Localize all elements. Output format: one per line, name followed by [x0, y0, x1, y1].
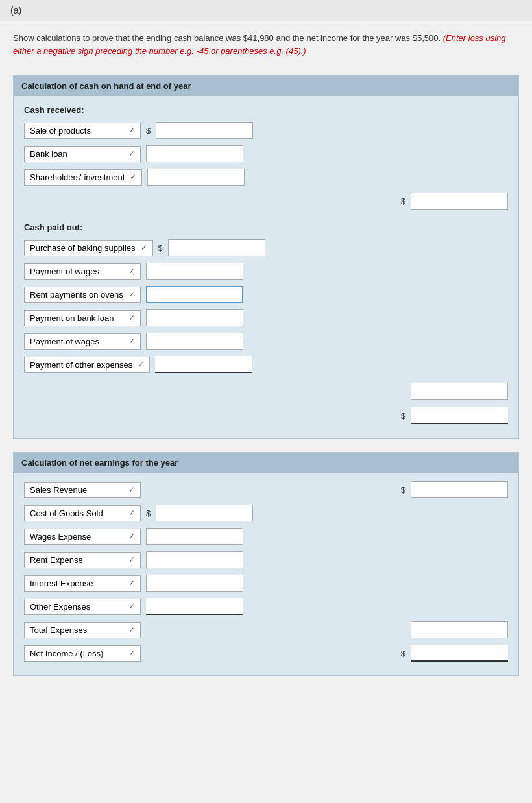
total-expenses-input[interactable]	[411, 621, 508, 638]
row-wages-1: Payment of wages ✓	[14, 259, 518, 283]
instructions: Show calculations to prove that the endi…	[0, 21, 532, 67]
chevron-down-icon: ✓	[128, 579, 135, 588]
row-bank-loan: Bank loan ✓	[14, 142, 518, 165]
row-rent-expense: Rent Expense ✓	[14, 548, 518, 571]
bank-loan-payment-input[interactable]	[146, 309, 243, 326]
other-expenses-net-dropdown[interactable]: Other Expenses ✓	[24, 599, 141, 615]
chevron-down-icon: ✓	[130, 173, 136, 182]
chevron-down-icon: ✓	[128, 649, 135, 658]
cash-section: Calculation of cash on hand at end of ye…	[13, 75, 519, 439]
row-shareholders: Shareholders' investment ✓	[14, 165, 518, 189]
row-bank-loan-payment: Payment on bank loan ✓	[14, 306, 518, 330]
rent-expense-dropdown[interactable]: Rent Expense ✓	[24, 552, 141, 568]
row-net-income: Net Income / (Loss) ✓ $	[14, 641, 518, 665]
other-expenses-cash-dropdown[interactable]: Payment of other expenses ✓	[24, 357, 150, 373]
chevron-down-icon: ✓	[128, 625, 135, 634]
chevron-down-icon: ✓	[128, 602, 135, 611]
total-cash-received-input[interactable]	[411, 193, 508, 210]
other-expenses-net-input[interactable]	[146, 598, 243, 615]
total-paid-row: $	[14, 403, 518, 428]
chevron-down-icon: ✓	[128, 485, 135, 494]
baking-supplies-input[interactable]	[168, 239, 265, 256]
bank-loan-dropdown[interactable]: Bank loan ✓	[24, 146, 141, 162]
wages-2-dropdown[interactable]: Payment of wages ✓	[24, 333, 141, 350]
row-wages-2: Payment of wages ✓	[14, 330, 518, 353]
cash-section-header: Calculation of cash on hand at end of ye…	[14, 76, 518, 96]
rent-ovens-dropdown[interactable]: Rent payments on ovens ✓	[24, 287, 141, 303]
bank-loan-payment-dropdown[interactable]: Payment on bank loan ✓	[24, 310, 141, 326]
cogs-dropdown[interactable]: Cost of Goods Sold ✓	[24, 505, 141, 521]
total-paid-subtotal-row	[14, 379, 518, 403]
chevron-down-icon: ✓	[128, 532, 135, 541]
row-other-expenses-net: Other Expenses ✓	[14, 595, 518, 618]
baking-supplies-dropdown[interactable]: Purchase of baking supplies ✓	[24, 240, 153, 256]
net-income-input[interactable]	[411, 645, 508, 662]
net-earnings-header: Calculation of net earnings for the year	[14, 453, 518, 473]
net-earnings-section: Calculation of net earnings for the year…	[13, 452, 519, 676]
cash-paid-label: Cash paid out:	[14, 219, 518, 236]
cash-received-label: Cash received:	[14, 101, 518, 119]
cogs-input[interactable]	[156, 505, 253, 521]
chevron-down-icon: ✓	[128, 290, 135, 299]
total-paid-input[interactable]	[411, 407, 508, 424]
shareholders-dropdown[interactable]: Shareholders' investment ✓	[24, 169, 142, 186]
interest-expense-dropdown[interactable]: Interest Expense ✓	[24, 575, 141, 592]
row-wages-expense: Wages Expense ✓	[14, 525, 518, 548]
rent-expense-input[interactable]	[146, 551, 243, 568]
chevron-down-icon: ✓	[128, 149, 135, 158]
wages-1-input[interactable]	[146, 263, 243, 280]
sale-products-dropdown[interactable]: Sale of products ✓	[24, 123, 141, 139]
total-paid-subtotal-input[interactable]	[411, 383, 508, 400]
chevron-down-icon: ✓	[128, 126, 135, 135]
chevron-down-icon: ✓	[128, 337, 135, 346]
sale-products-input[interactable]	[156, 122, 253, 139]
chevron-down-icon: ✓	[141, 243, 147, 252]
shareholders-input[interactable]	[147, 169, 245, 186]
row-sales-revenue: Sales Revenue ✓ $	[14, 478, 518, 501]
row-sale-products: Sale of products ✓ $	[14, 119, 518, 142]
total-expenses-dropdown[interactable]: Total Expenses ✓	[24, 622, 141, 638]
total-cash-received-row: $	[14, 189, 518, 213]
chevron-down-icon: ✓	[128, 313, 135, 322]
part-label: (a)	[0, 0, 532, 21]
wages-1-dropdown[interactable]: Payment of wages ✓	[24, 263, 141, 280]
rent-ovens-input[interactable]	[146, 286, 243, 303]
row-rent-ovens: Rent payments on ovens ✓	[14, 283, 518, 306]
interest-expense-input[interactable]	[146, 575, 243, 592]
row-cogs: Cost of Goods Sold ✓ $	[14, 501, 518, 525]
chevron-down-icon: ✓	[128, 555, 135, 564]
row-total-expenses: Total Expenses ✓	[14, 618, 518, 641]
net-income-dropdown[interactable]: Net Income / (Loss) ✓	[24, 645, 141, 662]
sales-revenue-input[interactable]	[411, 481, 508, 498]
row-other-expenses-cash: Payment of other expenses ✓	[14, 353, 518, 376]
wages-expense-input[interactable]	[146, 528, 243, 545]
chevron-down-icon: ✓	[138, 360, 144, 369]
chevron-down-icon: ✓	[128, 267, 135, 276]
wages-expense-dropdown[interactable]: Wages Expense ✓	[24, 529, 141, 545]
bank-loan-input[interactable]	[146, 145, 243, 162]
sales-revenue-dropdown[interactable]: Sales Revenue ✓	[24, 482, 141, 498]
wages-2-input[interactable]	[146, 333, 243, 350]
chevron-down-icon: ✓	[128, 509, 135, 518]
row-interest-expense: Interest Expense ✓	[14, 571, 518, 595]
other-expenses-cash-input[interactable]	[155, 356, 252, 373]
row-baking-supplies: Purchase of baking supplies ✓ $	[14, 236, 518, 259]
